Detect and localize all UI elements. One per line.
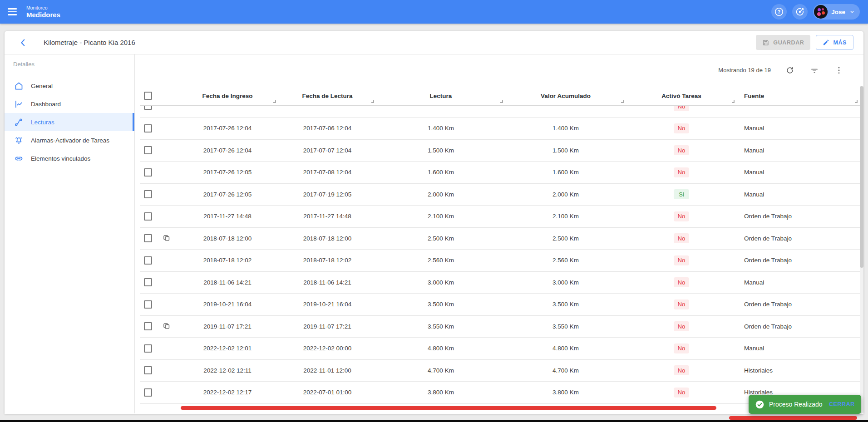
toast-close-button[interactable]: CERRAR (829, 401, 855, 407)
more-button[interactable]: MÁS (816, 35, 853, 50)
table-row[interactable]: 2017-11-27 14:48 2017-11-27 14:48 2.100 … (140, 206, 860, 228)
link-icon (14, 154, 24, 163)
table-row[interactable]: 2019-11-07 17:21 2019-11-07 17:21 3.550 … (140, 316, 860, 338)
cell-lectura: 3.800 Km (376, 382, 505, 403)
row-checkbox[interactable] (144, 106, 152, 110)
table-row[interactable]: 2022-12-02 12:11 2022-11-01 12:00 4.700 … (140, 360, 860, 382)
column-header-fecha-ingreso[interactable]: Fecha de Ingreso (177, 86, 278, 105)
more-vert-icon[interactable] (833, 65, 844, 76)
table-row[interactable]: 2017-07-26 12:04 2017-07-07 12:04 1.500 … (140, 140, 860, 162)
table-row[interactable]: 2022-12-02 12:01 2022-12-02 00:00 4.800 … (140, 338, 860, 360)
filter-icon[interactable] (809, 65, 820, 76)
trigger-badge: No (674, 321, 689, 331)
table-row[interactable]: 2019-10-21 16:04 2019-10-21 16:04 3.500 … (140, 294, 860, 316)
screen-bottom-edge (0, 420, 868, 422)
trigger-badge: No (674, 123, 689, 133)
sidebar-item-general[interactable]: General (5, 77, 134, 95)
table-row-partial[interactable]: No (140, 106, 860, 118)
cell-valor-acumulado: 2.560 Km (505, 250, 626, 271)
cell-fecha-ingreso: 2019-11-07 17:21 (177, 316, 278, 338)
trigger-badge: No (674, 145, 689, 155)
sidebar-item-label: Dashboard (31, 101, 61, 108)
column-resize-handle[interactable] (855, 100, 858, 103)
copy-icon[interactable] (161, 233, 172, 244)
user-menu[interactable]: Jose (813, 4, 860, 20)
column-resize-handle[interactable] (371, 100, 374, 103)
row-checkbox[interactable] (144, 168, 152, 177)
cell-fuente: Orden de Trabajo (737, 206, 860, 227)
column-header-valor-acumulado[interactable]: Valor Acumulado (505, 86, 626, 105)
cell-fecha-lectura: 2017-07-08 12:04 (278, 162, 376, 183)
row-checkbox[interactable] (144, 212, 152, 221)
table-row[interactable]: 2017-07-26 12:04 2017-07-06 12:04 1.400 … (140, 118, 860, 140)
back-icon[interactable] (16, 36, 30, 49)
save-button[interactable]: GUARDAR (756, 35, 810, 50)
sidebar-item-label: General (31, 83, 53, 89)
table-row[interactable]: 2017-07-26 12:05 2017-07-19 12:05 2.000 … (140, 184, 860, 206)
cell-fecha-ingreso: 2022-12-02 12:11 (177, 360, 278, 382)
table-row[interactable]: 2017-07-26 12:05 2017-07-08 12:04 1.600 … (140, 162, 860, 184)
cell-fecha-lectura: 2022-11-01 12:00 (278, 360, 376, 382)
cell-valor-acumulado: 4.700 Km (505, 360, 626, 382)
help-icon[interactable]: ? (771, 4, 787, 20)
more-label: MÁS (833, 39, 847, 46)
column-header-fuente[interactable]: Fuente (737, 86, 860, 105)
cell-fuente: Orden de Trabajo (737, 228, 860, 250)
column-header-activo-tareas[interactable]: Activó Tareas (626, 86, 737, 105)
column-resize-handle[interactable] (273, 100, 276, 103)
avatar (814, 5, 828, 19)
outer-horizontal-scrollbar-thumb[interactable] (729, 416, 857, 420)
table-row[interactable]: 2018-11-06 14:21 2018-11-06 14:21 3.000 … (140, 272, 860, 294)
sidebar-item-alarmas[interactable]: Alarmas-Activador de Tareas (5, 131, 134, 149)
app-bar: Monitoreo Medidores ? Jose (0, 0, 868, 24)
vertical-scrollbar[interactable] (860, 86, 863, 413)
table-row[interactable]: 2018-07-18 12:00 2018-07-18 12:00 2.500 … (140, 228, 860, 250)
sidebar-item-elementos[interactable]: Elementos vinculados (5, 149, 134, 167)
alarm-icon (14, 136, 24, 145)
sidebar-item-label: Elementos vinculados (31, 155, 90, 162)
row-checkbox[interactable] (144, 300, 152, 309)
row-checkbox[interactable] (144, 278, 152, 286)
column-header-fecha-lectura[interactable]: Fecha de Lectura (278, 86, 376, 105)
row-checkbox[interactable] (144, 234, 152, 242)
cell-lectura: 1.600 Km (376, 162, 505, 183)
sidebar-item-label: Alarmas-Activador de Tareas (31, 137, 109, 144)
content-row: Detalles General Dashboard (5, 54, 863, 413)
trigger-badge: No (674, 388, 689, 397)
copy-column-header (156, 86, 177, 105)
cell-valor-acumulado: 3.550 Km (505, 316, 626, 338)
column-resize-handle[interactable] (621, 100, 624, 103)
table-row[interactable]: 2018-07-18 12:02 2018-07-18 12:02 2.560 … (140, 250, 860, 272)
column-header-lectura[interactable]: Lectura (376, 86, 505, 105)
row-checkbox[interactable] (144, 388, 152, 397)
cell-lectura: 3.000 Km (376, 272, 505, 294)
cell-valor-acumulado: 3.800 Km (505, 382, 626, 403)
row-checkbox[interactable] (144, 190, 152, 198)
sidebar-item-lecturas[interactable]: Lecturas (5, 113, 134, 131)
horizontal-scrollbar-thumb[interactable] (181, 406, 716, 410)
row-checkbox[interactable] (144, 256, 152, 265)
appbar-actions: ? Jose (771, 4, 868, 20)
column-label: Activó Tareas (661, 93, 701, 99)
list-toolbar: Mostrando 19 de 19 (140, 54, 860, 86)
column-resize-handle[interactable] (732, 100, 735, 103)
cell-lectura: 3.500 Km (376, 294, 505, 315)
row-checkbox[interactable] (144, 366, 152, 374)
row-checkbox[interactable] (144, 322, 152, 330)
vertical-scrollbar-thumb[interactable] (860, 86, 863, 268)
cell-lectura: 2.000 Km (376, 184, 505, 206)
row-checkbox[interactable] (144, 344, 152, 353)
row-checkbox[interactable] (144, 124, 152, 132)
readings-panel: Mostrando 19 de 19 Fecha de (135, 54, 863, 413)
sidebar-item-dashboard[interactable]: Dashboard (5, 95, 134, 113)
goal-icon[interactable] (792, 4, 808, 20)
page-title: Kilometraje - Picanto Kia 2016 (44, 39, 135, 46)
copy-icon[interactable] (161, 321, 172, 332)
sidebar: Detalles General Dashboard (5, 54, 135, 413)
row-checkbox[interactable] (144, 146, 152, 154)
cell-fuente: Manual (737, 140, 860, 162)
refresh-icon[interactable] (784, 65, 795, 76)
menu-icon[interactable] (2, 0, 23, 24)
column-resize-handle[interactable] (500, 100, 503, 103)
select-all-checkbox[interactable] (144, 92, 152, 100)
